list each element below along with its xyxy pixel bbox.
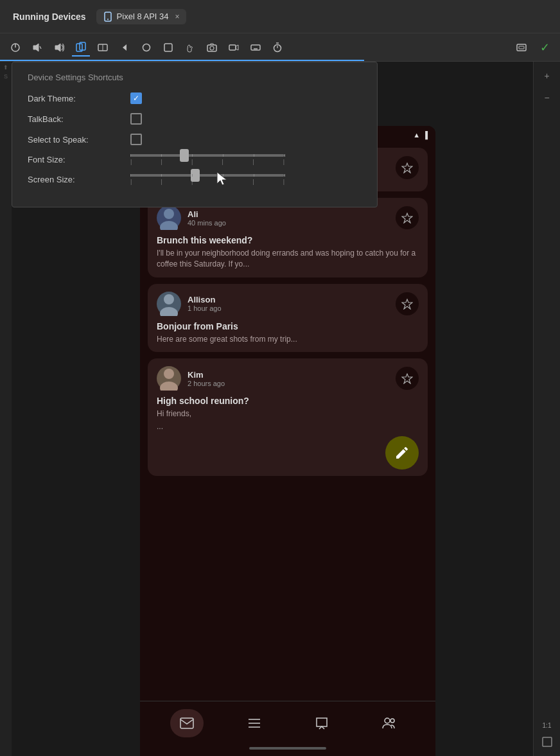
kim-star-button[interactable]	[396, 367, 419, 390]
font-size-slider-thumb[interactable]	[180, 149, 189, 162]
dark-theme-checkbox[interactable]: ✓	[130, 92, 142, 104]
svg-point-39	[164, 369, 174, 379]
talkback-row: TalkBack:	[28, 113, 362, 125]
bottom-scroll-indicator	[249, 747, 326, 750]
svg-rect-48	[543, 737, 552, 746]
ali-card-header: Ali 40 mins ago	[157, 206, 419, 230]
allison-star-button[interactable]	[396, 292, 419, 315]
dark-theme-row: Dark Theme: ✓	[28, 92, 362, 104]
svg-marker-11	[123, 44, 127, 51]
email-card-kim[interactable]: Kim 2 hours ago High school reunion? Hi …	[148, 358, 428, 476]
svg-point-1	[107, 19, 109, 20]
svg-rect-18	[251, 45, 260, 50]
ali-sender-info: Ali 40 mins ago	[188, 209, 389, 227]
email-card-allison[interactable]: Allison 1 hour ago Bonjour from Paris He…	[148, 284, 428, 353]
allison-name: Allison	[188, 295, 389, 304]
device-tab[interactable]: Pixel 8 API 34 ×	[96, 9, 186, 24]
ali-star-button[interactable]	[396, 206, 419, 229]
allison-sender-info: Allison 1 hour ago	[188, 295, 389, 312]
svg-rect-13	[164, 44, 172, 51]
main-area: ⬆ S Device Settings Shortcuts Dark Theme…	[0, 62, 560, 756]
phone-screen: ▲ ▐	[140, 126, 435, 756]
select-to-speak-label: Select to Speak:	[28, 135, 130, 145]
keyboard-icon[interactable]	[247, 39, 265, 57]
svg-marker-41	[402, 374, 412, 383]
device-tab-icon	[103, 12, 113, 22]
kim-sender-info: Kim 2 hours ago	[188, 370, 389, 387]
svg-marker-38	[402, 299, 412, 309]
device-screen: Device Settings Shortcuts Dark Theme: ✓ …	[12, 62, 533, 756]
kim-time: 2 hours ago	[188, 380, 389, 387]
right-panel: + − 1:1	[533, 62, 560, 756]
allison-time: 1 hour ago	[188, 304, 389, 312]
font-size-row: Font Size: |	[28, 154, 362, 165]
select-to-speak-checkbox[interactable]	[130, 134, 142, 145]
toolbar-progress	[0, 60, 364, 61]
dark-theme-label: Dark Theme:	[28, 94, 130, 103]
camera-icon[interactable]	[203, 39, 221, 57]
svg-point-12	[143, 44, 150, 51]
toolbar-right: ✓	[512, 39, 554, 57]
ali-name: Ali	[188, 209, 389, 219]
svg-point-36	[164, 294, 174, 304]
svg-rect-42	[180, 718, 193, 728]
ali-subject: Brunch this weekend?	[157, 235, 419, 245]
email-list: ... Ali 40 mins ago	[140, 144, 435, 701]
svg-point-40	[160, 382, 178, 391]
ali-avatar	[157, 206, 181, 230]
allison-avatar	[157, 292, 181, 316]
power-icon[interactable]	[6, 39, 24, 57]
fold-icon[interactable]	[94, 39, 112, 57]
svg-marker-6	[55, 44, 60, 51]
font-size-label: Font Size:	[28, 155, 130, 164]
back-icon[interactable]	[116, 39, 134, 57]
device-tab-name: Pixel 8 API 34	[117, 12, 169, 21]
svg-rect-28	[519, 46, 524, 49]
svg-marker-35	[402, 213, 412, 223]
svg-point-34	[160, 221, 178, 230]
screen-size-slider-container: | | | | | |	[130, 174, 362, 185]
compose-fab-button[interactable]	[385, 436, 419, 470]
svg-point-15	[210, 46, 214, 50]
svg-marker-4	[33, 44, 39, 51]
svg-rect-27	[517, 44, 526, 51]
left-panel-item-2: S	[4, 73, 8, 80]
svg-point-33	[164, 209, 174, 219]
screen-fit-button[interactable]	[538, 733, 556, 751]
kim-avatar	[157, 366, 181, 391]
bottom-nav-contacts[interactable]	[372, 709, 406, 737]
volume-up-icon[interactable]	[50, 39, 68, 57]
talkback-checkbox[interactable]	[130, 113, 142, 125]
talkback-label: TalkBack:	[28, 114, 130, 124]
font-size-slider-container: | | | | | |	[130, 154, 362, 165]
zoom-level: 1:1	[543, 722, 552, 729]
partial-star-button[interactable]	[396, 156, 419, 179]
screen-size-slider-track[interactable]	[130, 174, 284, 177]
screen-size-row: Screen Size: |	[28, 174, 362, 185]
video-icon[interactable]	[225, 39, 243, 57]
checkmark-icon[interactable]: ✓	[536, 39, 554, 57]
add-zoom-button[interactable]: +	[538, 67, 556, 85]
svg-line-5	[40, 46, 41, 49]
timer-icon[interactable]	[268, 39, 286, 57]
volume-down-icon[interactable]	[28, 39, 46, 57]
bottom-nav-list[interactable]	[238, 709, 271, 737]
tab-close-button[interactable]: ×	[175, 12, 180, 21]
minus-zoom-button[interactable]: −	[538, 89, 556, 107]
recents-icon[interactable]	[159, 39, 177, 57]
rotate-icon[interactable]	[72, 39, 90, 57]
screenshot-icon[interactable]	[181, 39, 199, 57]
font-size-slider-track[interactable]	[130, 154, 284, 157]
kim-name: Kim	[188, 370, 389, 380]
ali-time: 40 mins ago	[188, 219, 389, 227]
screen-mirror-icon[interactable]	[512, 39, 530, 57]
home-icon[interactable]	[137, 39, 155, 57]
email-card-ali[interactable]: Ali 40 mins ago Brunch this weekend? I'l…	[148, 198, 428, 277]
running-devices-title: Running Devices	[8, 9, 91, 24]
bottom-nav-chat[interactable]	[305, 709, 338, 737]
bottom-nav-email[interactable]	[170, 709, 204, 737]
svg-point-47	[390, 719, 394, 723]
ali-preview: I'll be in your neighborhood doing erran…	[157, 248, 419, 270]
screen-size-label: Screen Size:	[28, 175, 130, 184]
svg-point-37	[160, 307, 178, 316]
